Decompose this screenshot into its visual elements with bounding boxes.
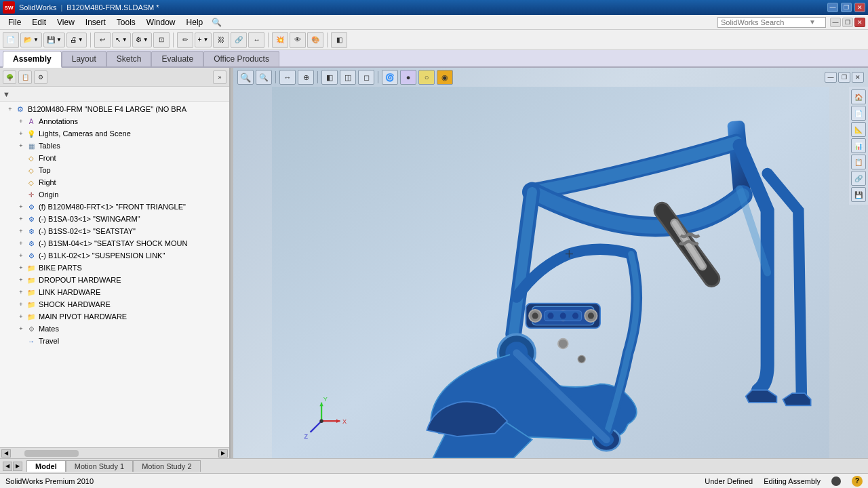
expand-annotations[interactable]: + [16, 117, 26, 126]
tab-office-products[interactable]: Office Products [203, 51, 279, 66]
view-right2-btn[interactable]: 📐 [851, 122, 866, 137]
undo-button[interactable]: ↩ [94, 32, 111, 48]
close-button[interactable]: ✕ [854, 3, 865, 12]
tree-item-lights[interactable]: + 💡 Lights, Cameras and Scene [0, 127, 229, 140]
tree-item-bike-parts[interactable]: + 📁 BIKE PARTS [0, 262, 229, 274]
section-view[interactable]: ◧ [331, 32, 347, 48]
tree-item-link-hw[interactable]: + 📁 LINK HARDWARE [0, 286, 229, 298]
help-min-button[interactable]: — [830, 18, 841, 27]
mate-button[interactable]: ⛓ [213, 32, 229, 48]
expand-root[interactable]: + [5, 104, 15, 114]
scene-btn[interactable]: ○ [418, 70, 435, 85]
tab-prev-btn[interactable]: ◀ [3, 462, 12, 471]
tab-next-btn[interactable]: ▶ [13, 462, 22, 471]
rotate-btn[interactable]: ⊕ [298, 70, 314, 85]
tree-item-annotations[interactable]: + A Annotations [0, 115, 229, 127]
help-indicator[interactable]: ? [852, 476, 863, 487]
tree-item-mates[interactable]: + ⚙ Mates [0, 323, 229, 335]
zoom-out-btn[interactable]: 🔍 [237, 70, 254, 85]
open-dropdown[interactable]: 📂▼ [20, 33, 42, 47]
move-component[interactable]: ↔ [248, 32, 264, 48]
menu-help[interactable]: Help [181, 16, 209, 28]
btab-motion2[interactable]: Motion Study 2 [133, 460, 200, 472]
hide-show[interactable]: 👁 [290, 32, 306, 48]
tree-item-front[interactable]: + ◇ Front [0, 152, 229, 164]
appearances-btn[interactable]: ● [400, 70, 416, 85]
view-save-btn[interactable]: 💾 [851, 187, 866, 202]
menu-window[interactable]: Window [141, 16, 181, 28]
tree-item-swingarm[interactable]: + ⚙ (-) B1SA-03<1> "SWINGARM" [0, 213, 229, 225]
new-button[interactable]: 📄 [3, 32, 19, 48]
scroll-left-btn[interactable]: ◀ [1, 449, 11, 458]
vp-restore-btn[interactable]: ❐ [838, 72, 850, 83]
menu-edit[interactable]: Edit [26, 16, 52, 28]
scroll-right-btn[interactable]: ▶ [218, 449, 228, 458]
tree-item-top[interactable]: + ◇ Top [0, 164, 229, 176]
photo-btn[interactable]: ◉ [437, 70, 453, 85]
btab-motion1[interactable]: Motion Study 1 [66, 460, 133, 472]
appearance[interactable]: 🎨 [307, 32, 323, 48]
tree-item-origin[interactable]: + ✛ Origin [0, 188, 229, 201]
expand-bp[interactable]: + [16, 263, 26, 272]
tree-item-root[interactable]: + ⚙ B120M480-FRM "NOBLE F4 LARGE" (NO BR… [0, 103, 229, 115]
search-input[interactable] [721, 18, 809, 26]
tab-sketch[interactable]: Sketch [106, 51, 152, 66]
tree-item-right[interactable]: + ◇ Right [0, 176, 229, 188]
tree-item-dropout-hw[interactable]: + 📁 DROPOUT HARDWARE [0, 274, 229, 286]
expand-ss[interactable]: + [16, 226, 26, 236]
scroll-thumb[interactable] [24, 450, 79, 457]
tab-assembly[interactable]: Assembly [3, 51, 62, 68]
expand-tables[interactable]: + [16, 141, 26, 150]
smart-mates[interactable]: 🔗 [231, 32, 247, 48]
tree-item-seatstay[interactable]: + ⚙ (-) B1SS-02<1> "SEATSTAY" [0, 225, 229, 237]
section-btn[interactable]: ◧ [321, 70, 338, 85]
viewport[interactable]: 🔍 🔍 ↔ ⊕ ◧ ◫ ◻ 🌀 ● ○ ◉ — ❐ ✕ [233, 68, 868, 458]
expand-sh[interactable]: + [16, 300, 26, 309]
expand-mates[interactable]: + [16, 324, 26, 333]
print-dropdown[interactable]: 🖨▼ [66, 33, 87, 47]
view-front-btn[interactable]: 📄 [851, 106, 866, 121]
tree-item-seatstay-shock[interactable]: + ⚙ (-) B1SM-04<1> "SEATSTAY SHOCK MOUN [0, 237, 229, 249]
horizontal-scrollbar[interactable]: ◀ ▶ [0, 447, 229, 458]
view-chart-btn[interactable]: 📊 [851, 138, 866, 153]
expand-lk[interactable]: + [16, 251, 26, 260]
expand-mp[interactable]: + [16, 312, 26, 321]
property-btn[interactable]: 📋 [18, 70, 32, 84]
explode-button[interactable]: 💥 [272, 32, 288, 48]
expand-sa[interactable]: + [16, 214, 26, 224]
select-dropdown[interactable]: ↖▼ [112, 33, 131, 47]
tree-item-main-pivot[interactable]: + 📁 MAIN PIVOT HARDWARE [0, 310, 229, 323]
btab-model[interactable]: Model [26, 460, 66, 472]
zoom-in-btn[interactable]: 🔍 [256, 70, 272, 85]
config-btn[interactable]: ⚙ [34, 70, 47, 84]
view-link-btn[interactable]: 🔗 [851, 171, 866, 186]
featuretree-btn[interactable]: 🌳 [3, 70, 16, 84]
expand-sm[interactable]: + [16, 239, 26, 248]
expand-lh[interactable]: + [16, 287, 26, 297]
expand-ft[interactable]: + [16, 202, 26, 211]
tree-item-tables[interactable]: + ▦ Tables [0, 140, 229, 152]
edit-component[interactable]: ✏ [177, 32, 193, 48]
minimize-button[interactable]: — [827, 3, 838, 12]
search-submit-icon[interactable]: ▼ [809, 18, 816, 26]
vp-min-btn[interactable]: — [825, 72, 837, 83]
display-btn[interactable]: ◻ [358, 70, 374, 85]
menu-tools[interactable]: Tools [111, 16, 141, 28]
insert-dropdown[interactable]: +▼ [195, 33, 212, 47]
help-restore-button[interactable]: ❐ [842, 18, 853, 27]
tab-layout[interactable]: Layout [62, 51, 106, 66]
tab-evaluate[interactable]: Evaluate [151, 51, 203, 66]
save-dropdown[interactable]: 💾▼ [43, 33, 65, 47]
tree-item-travel[interactable]: + → Travel [0, 335, 229, 347]
view-orient-btn[interactable]: ◫ [340, 70, 356, 85]
view-clip-btn[interactable]: 📋 [851, 155, 866, 169]
lights-btn[interactable]: 🌀 [382, 70, 398, 85]
tree-item-suspension-link[interactable]: + ⚙ (-) B1LK-02<1> "SUSPENSION LINK" [0, 249, 229, 262]
zoom-fit[interactable]: ⊡ [153, 32, 170, 48]
tree-item-front-triangle[interactable]: + ⚙ (f) B120M480-FRT<1> "FRONT TRIANGLE" [0, 201, 229, 213]
component-dropdown[interactable]: ⚙▼ [132, 33, 152, 47]
expand-dh[interactable]: + [16, 275, 26, 285]
pan-btn[interactable]: ↔ [279, 70, 296, 85]
tree-item-shock-hw[interactable]: + 📁 SHOCK HARDWARE [0, 298, 229, 310]
menu-insert[interactable]: Insert [80, 16, 111, 28]
